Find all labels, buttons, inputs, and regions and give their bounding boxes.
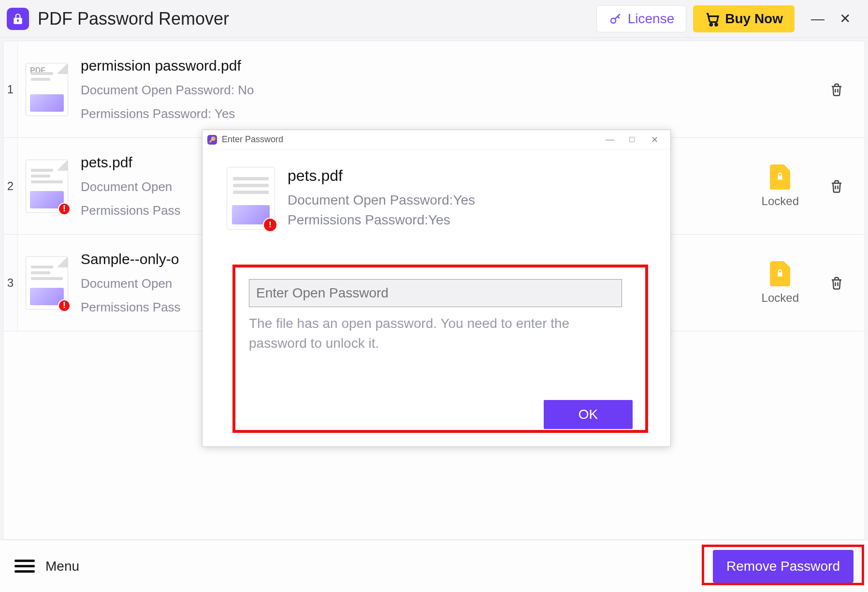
- bottom-bar: Menu Remove Password: [0, 540, 868, 592]
- dialog-maximize-button[interactable]: □: [621, 134, 643, 145]
- dialog-app-icon: 🔑: [207, 135, 217, 145]
- titlebar: PDF Password Remover License Buy Now — ✕: [0, 0, 868, 38]
- dialog-title: Enter Password: [222, 134, 283, 145]
- file-name: permission password.pdf: [81, 58, 734, 74]
- row-index: 3: [3, 235, 18, 331]
- file-thumbnail: PDF: [18, 41, 76, 137]
- license-label: License: [628, 11, 675, 27]
- locked-indicator: Locked: [762, 164, 799, 208]
- alert-icon: !: [58, 203, 71, 215]
- dialog-file-name: pets.pdf: [288, 167, 475, 185]
- svg-point-1: [710, 23, 712, 25]
- file-thumbnail: !: [18, 235, 76, 331]
- dialog-file-thumbnail: !: [227, 167, 275, 230]
- lock-icon: [770, 164, 790, 190]
- row-index: 1: [3, 41, 18, 137]
- cart-icon: [705, 11, 720, 27]
- locked-label: Locked: [762, 291, 799, 305]
- dialog-open-password-line: Document Open Password:Yes: [288, 191, 475, 210]
- lock-icon: [770, 261, 790, 286]
- svg-point-2: [715, 23, 717, 25]
- locked-indicator: Locked: [762, 261, 799, 305]
- key-icon: [608, 12, 623, 26]
- delete-button[interactable]: [828, 81, 845, 98]
- dialog-minimize-button[interactable]: —: [599, 134, 621, 145]
- dialog-close-button[interactable]: ✕: [643, 134, 665, 145]
- open-password-input[interactable]: [249, 279, 622, 307]
- menu-label: Menu: [45, 559, 79, 574]
- trash-icon: [829, 179, 844, 193]
- locked-label: Locked: [762, 194, 799, 208]
- file-info: permission password.pdf Document Open Pa…: [76, 41, 739, 137]
- close-button[interactable]: ✕: [831, 5, 858, 32]
- delete-button[interactable]: [828, 274, 845, 292]
- buy-now-button[interactable]: Buy Now: [693, 5, 795, 32]
- dialog-hint-text: The file has an open password. You need …: [249, 314, 622, 353]
- minimize-button[interactable]: —: [804, 5, 831, 32]
- hamburger-icon: [14, 557, 35, 576]
- license-button[interactable]: License: [596, 5, 687, 32]
- menu-button[interactable]: Menu: [14, 557, 79, 576]
- file-row[interactable]: 1 PDF permission password.pdf Document O…: [3, 41, 865, 138]
- alert-icon: !: [263, 218, 277, 232]
- trash-icon: [829, 82, 844, 97]
- dialog-permissions-password-line: Permissions Password:Yes: [288, 210, 475, 230]
- remove-password-button[interactable]: Remove Password: [713, 550, 854, 583]
- enter-password-dialog: 🔑 Enter Password — □ ✕ ! pets.pdf Docume…: [202, 130, 671, 447]
- svg-point-0: [611, 18, 616, 23]
- row-index: 2: [3, 138, 18, 234]
- app-logo-icon: [7, 8, 29, 30]
- dialog-titlebar: 🔑 Enter Password — □ ✕: [203, 130, 670, 149]
- delete-button[interactable]: [828, 178, 845, 195]
- permissions-password-line: Permissions Password: Yes: [81, 106, 734, 121]
- ok-button[interactable]: OK: [544, 400, 633, 429]
- buy-now-label: Buy Now: [725, 11, 783, 27]
- trash-icon: [829, 276, 844, 290]
- alert-icon: !: [58, 299, 71, 312]
- open-password-line: Document Open Password: No: [81, 83, 734, 98]
- file-thumbnail: !: [18, 138, 76, 234]
- app-title: PDF Password Remover: [38, 9, 229, 29]
